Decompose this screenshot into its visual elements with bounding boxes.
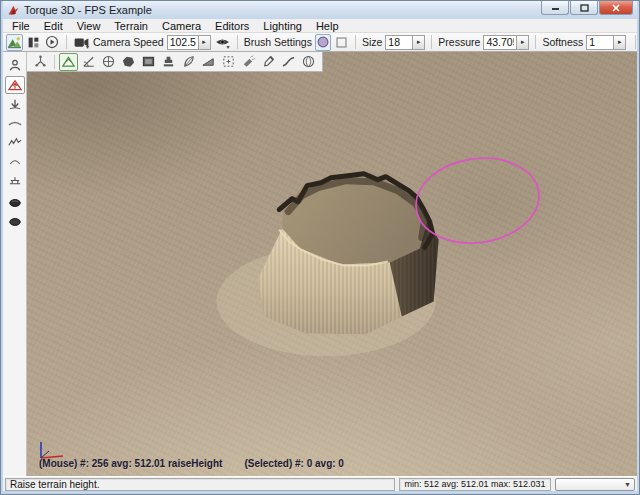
window-title: Torque 3D - FPS Example (24, 4, 537, 16)
camera-speed-field: ▸ (167, 35, 211, 50)
box-brush-button[interactable] (334, 34, 349, 51)
toolbar-separator (535, 35, 536, 49)
brush-settings-label: Brush Settings (244, 36, 312, 48)
sphere-tool[interactable] (299, 53, 318, 71)
terrain-stats-text: min: 512 avg: 512.01 max: 512.031 (404, 479, 545, 489)
size-input[interactable] (386, 36, 412, 49)
stamp-tool[interactable] (159, 53, 178, 71)
spinner-arrow-icon[interactable]: ▸ (516, 36, 528, 49)
status-message-text: Raise terrain height. (10, 479, 100, 490)
camera-speed-label: Camera Speed (93, 36, 164, 48)
airbrush-tool[interactable] (239, 53, 258, 71)
menu-bar: File Edit View Terrain Camera Editors Li… (3, 19, 637, 33)
slope-tool[interactable] (279, 53, 298, 71)
minimize-button[interactable] (541, 1, 569, 15)
size-label: Size (362, 36, 382, 48)
toolbar-separator (635, 35, 636, 49)
ramp-tool[interactable] (199, 53, 218, 71)
angle-slope-tool[interactable] (79, 53, 98, 71)
torque-logo-icon (7, 4, 20, 17)
visibility-dropdown-button[interactable]: ▾ (214, 34, 231, 51)
rock-paint-tool[interactable] (119, 53, 138, 71)
chevron-down-icon: ▾ (227, 45, 230, 50)
set-height-tool[interactable] (5, 194, 25, 212)
brush-paint-tool[interactable] (259, 53, 278, 71)
gui-editor-icon (27, 36, 40, 49)
clear-terrain-tool[interactable] (5, 213, 25, 231)
selected-info-text: (Selected) #: 0 avg: 0 (244, 458, 343, 469)
select-terrain-tool[interactable] (59, 53, 78, 71)
grab-terrain-icon (7, 58, 23, 74)
paint-noise-icon (7, 134, 23, 150)
toolbar-separator (431, 35, 432, 49)
smooth-tool[interactable] (5, 114, 25, 132)
menu-lighting[interactable]: Lighting (256, 19, 309, 33)
tools-toolbar (27, 52, 323, 72)
menu-file[interactable]: File (5, 19, 37, 33)
status-dropdown[interactable]: ▼ (555, 478, 635, 491)
menu-terrain[interactable]: Terrain (107, 19, 155, 33)
world-editor-button[interactable] (6, 34, 23, 51)
paint-noise-tool[interactable] (5, 133, 25, 151)
pressure-field: ▸ (483, 35, 529, 50)
chevron-down-icon: ▼ (624, 481, 631, 488)
status-bar: Raise terrain height. min: 512 avg: 512.… (3, 476, 637, 491)
gui-editor-button[interactable] (26, 34, 41, 51)
lower-height-icon (7, 96, 23, 112)
spinner-arrow-icon[interactable]: ▸ (412, 36, 424, 49)
toolbar-separator (237, 35, 238, 49)
menu-editors[interactable]: Editors (208, 19, 256, 33)
grab-terrain-tool[interactable] (5, 57, 25, 75)
close-button[interactable] (599, 1, 633, 15)
camera-speed-input[interactable] (168, 36, 198, 49)
menu-edit[interactable]: Edit (37, 19, 70, 33)
terrain-scene (27, 52, 637, 476)
menu-help[interactable]: Help (309, 19, 346, 33)
terrain-tool-palette (3, 52, 27, 476)
softness-label: Softness (542, 36, 583, 48)
terrain-viewport[interactable]: (Mouse) #: 256 avg: 512.01 raiseHeight (… (27, 52, 637, 476)
menu-camera[interactable]: Camera (155, 19, 208, 33)
world-editor-icon (7, 35, 22, 50)
app-window: Torque 3D - FPS Example File Edit View T… (0, 0, 640, 495)
clear-terrain-icon (7, 214, 23, 230)
softness-field: ▸ (586, 35, 626, 50)
raise-height-tool[interactable] (5, 76, 25, 94)
toolbar-separator (66, 35, 67, 49)
editor-content: (Mouse) #: 256 avg: 512.01 raiseHeight (… (3, 52, 637, 476)
pressure-label: Pressure (438, 36, 480, 48)
menu-view[interactable]: View (70, 19, 108, 33)
terrain-stats: min: 512 avg: 512.01 max: 512.031 (399, 478, 551, 491)
spinner-arrow-icon[interactable]: ▸ (613, 36, 625, 49)
size-field: ▸ (385, 35, 425, 50)
ellipse-brush-icon (316, 35, 330, 49)
toolbar-separator (355, 35, 356, 49)
texture-paint-tool[interactable] (139, 53, 158, 71)
terrain-object-tool[interactable] (31, 53, 50, 71)
feather-tool[interactable] (179, 53, 198, 71)
toolbar-separator (54, 55, 55, 69)
terrain-material-tool[interactable] (99, 53, 118, 71)
lower-height-tool[interactable] (5, 95, 25, 113)
chevron-down-icon: ▾ (86, 45, 89, 50)
set-height-icon (7, 195, 23, 211)
marquee-select-tool[interactable] (219, 53, 238, 71)
softness-input[interactable] (587, 36, 613, 49)
title-bar[interactable]: Torque 3D - FPS Example (3, 1, 637, 19)
flatten-icon (7, 172, 23, 188)
mouse-info-text: (Mouse) #: 256 avg: 512.01 raiseHeight (39, 458, 222, 469)
pressure-input[interactable] (484, 36, 516, 49)
smooth-slope-icon (7, 153, 23, 169)
status-message: Raise terrain height. (5, 478, 395, 491)
spinner-arrow-icon[interactable]: ▸ (198, 36, 210, 49)
raise-height-icon (7, 77, 23, 93)
main-toolbar: ▾ Camera Speed ▸ ▾ Brush Settings Si (3, 33, 637, 52)
maximize-button[interactable] (570, 1, 598, 15)
play-button[interactable] (44, 34, 60, 51)
flatten-tool[interactable] (5, 171, 25, 189)
ellipse-brush-button[interactable] (315, 34, 331, 51)
viewport-info: (Mouse) #: 256 avg: 512.01 raiseHeight (… (39, 458, 344, 469)
smooth-slope-tool[interactable] (5, 152, 25, 170)
camera-dropdown-button[interactable]: ▾ (73, 34, 90, 51)
box-brush-icon (335, 36, 348, 49)
